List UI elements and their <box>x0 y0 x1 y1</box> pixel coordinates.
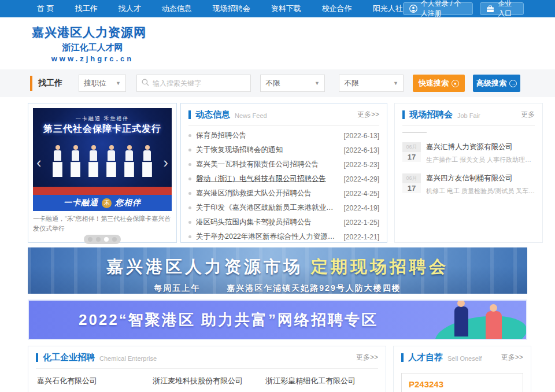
chemical-panel-title: 化工企业招聘 <box>43 352 95 363</box>
bullet-icon <box>188 235 191 238</box>
talent-card[interactable]: P243243 男 ｜ 嘉兴市→嘉兴港区 ｜ 八年以上 <box>401 373 523 392</box>
carousel-caption[interactable]: 一卡融通，“禾”您相伴！第三代社会保障卡嘉兴首发仪式举行 <box>33 214 172 233</box>
banner1-content: 嘉兴港区人力资源市场定期现场招聘会 每周五上午嘉兴港区乍浦镇天妃路929号人防大… <box>28 247 527 294</box>
slide-stage-strip <box>33 187 172 195</box>
slide-people-figures <box>33 145 172 177</box>
talent-panel-header: 人才自荐 Sell Oneself 更多>> <box>401 346 523 368</box>
job-fair-company: 嘉兴四方友信制桶有限公司 <box>426 173 535 183</box>
carousel-dot[interactable] <box>96 237 101 242</box>
company-name-link[interactable]: 嘉兴石化有限公司 <box>37 376 153 386</box>
advanced-search-button[interactable]: 高级搜索 → <box>473 75 520 92</box>
briefcase-icon <box>486 5 494 13</box>
news-item[interactable]: 嘉兴港区消防救援大队公开招聘公告 [2022-4-25] <box>188 186 379 201</box>
company-name-link[interactable]: 浙江彩皇精细化工有限公司 <box>265 376 377 386</box>
job-type-select[interactable]: 搜职位 ▼ <box>79 75 126 92</box>
slide-title: 第三代社会保障卡正式发行 <box>33 123 172 135</box>
date-badge-month: 06月 <box>402 142 421 152</box>
job-fair-panel: 现场招聘会 Job Fair 更多 06月 17 嘉兴汇博人力资源有限公司 生产… <box>394 103 543 243</box>
person-figure <box>53 145 62 177</box>
logo-sub-title: 浙江化工人才网 <box>32 42 153 53</box>
filter-select-2[interactable]: 不限 ▼ <box>339 75 404 92</box>
job-fair-ad-banner[interactable]: 嘉兴港区人力资源市场定期现场招聘会 每周五上午嘉兴港区乍浦镇天妃路929号人防大… <box>28 247 527 294</box>
nav-item-sunshine-hr[interactable]: 阳光人社 <box>373 3 403 14</box>
news-item-title: 关于印发《嘉兴港区鼓励新员工来港就业补助操作… <box>196 203 338 213</box>
nav-item-job-fair[interactable]: 现场招聘会 <box>213 3 250 14</box>
news-item-hovered[interactable]: 磐动（浙江）电气科技有限公司招聘公告 [2022-4-29] <box>188 172 379 186</box>
news-item-title: 磐动（浙江）电气科技有限公司招聘公告 <box>196 174 338 184</box>
company-entry-label: 企业入口 <box>498 0 517 19</box>
talent-more-link[interactable]: 更多>> <box>501 353 523 363</box>
keyword-search-input[interactable] <box>153 79 246 87</box>
carousel-dots <box>33 235 172 244</box>
job-fair-more-link[interactable]: 更多 <box>521 110 535 120</box>
job-fair-item-info: 嘉兴汇博人力资源有限公司 生产操作工 报关文员 人事行政助理… <box>426 142 531 164</box>
nav-item-downloads[interactable]: 资料下载 <box>271 3 301 14</box>
filter-select-1[interactable]: 不限 ▼ <box>260 75 325 92</box>
person-figure <box>106 145 116 177</box>
job-type-select-value: 搜职位 <box>84 78 106 88</box>
chevron-down-icon: ▼ <box>314 80 320 86</box>
carousel-dot-active[interactable] <box>104 237 109 242</box>
blue-accent-bar <box>401 353 404 362</box>
chevron-down-icon: ▼ <box>393 80 398 86</box>
news-panel-title: 动态信息 <box>195 109 230 120</box>
bullet-icon <box>188 163 191 166</box>
news-item[interactable]: 关于印发《嘉兴港区鼓励新员工来港就业补助操作… [2022-4-19] <box>188 201 379 215</box>
carousel-next-arrow-icon[interactable]: › <box>163 157 168 168</box>
job-fair-item[interactable]: 06月 17 嘉兴汇博人力资源有限公司 生产操作工 报关文员 人事行政助理… <box>402 142 535 164</box>
search-section-label: 找工作 <box>38 78 62 88</box>
news-item[interactable]: 嘉兴美一瓦科技有限责任公司招聘公告 [2022-5-23] <box>188 157 379 172</box>
carousel-dots-pill <box>84 235 121 244</box>
job-fair-item[interactable]: 06月 17 嘉兴四方友信制桶有限公司 机修工 电工 质量检验员/测试员 叉车… <box>402 173 535 195</box>
news-more-link[interactable]: 更多>> <box>357 110 379 120</box>
keyword-search-field <box>136 75 251 92</box>
divider <box>402 125 535 126</box>
carousel-dot[interactable] <box>88 237 92 242</box>
news-list: 保育员招聘公告 [2022-6-13] 关于恢复现场招聘会的通知 [2022-6… <box>188 128 379 244</box>
nav-item-find-talent[interactable]: 找人才 <box>119 3 141 14</box>
carousel-slide[interactable]: 一卡融通 禾您相伴 第三代社会保障卡正式发行 一卡融通 禾 您相伴 ‹ › <box>33 108 172 211</box>
carousel-prev-arrow-icon[interactable]: ‹ <box>36 157 42 168</box>
orange-accent-bar <box>30 76 32 91</box>
arrow-right-circle-icon: → <box>509 80 517 87</box>
nav-item-school-cooperation[interactable]: 校企合作 <box>322 3 352 14</box>
job-fair-title: 现场招聘会 <box>409 109 453 120</box>
news-item[interactable]: 关于恢复现场招聘会的通知 [2022-6-13] <box>188 143 379 157</box>
nav-item-home[interactable]: 首 页 <box>37 3 54 14</box>
job-fair-subtitle: Job Fair <box>457 112 480 119</box>
news-item[interactable]: 保育员招聘公告 [2022-6-13] <box>188 128 379 143</box>
personal-login-button[interactable]: 个人登录 / 个人注册 <box>403 2 473 15</box>
person-figure <box>142 145 152 177</box>
online-recruitment-ad-banner[interactable]: 2022“智聚港区 助力共富”网络招聘专区 <box>28 299 527 340</box>
job-fair-company: 嘉兴汇博人力资源有限公司 <box>426 142 531 152</box>
job-fair-item-info: 嘉兴四方友信制桶有限公司 机修工 电工 质量检验员/测试员 叉车… <box>426 173 535 195</box>
company-entry-button[interactable]: 企业入口 <box>480 2 524 15</box>
slide-banner-right: 您相伴 <box>115 198 141 208</box>
news-item-title: 关于举办2022年港区新春综合性人力资源暨春风… <box>196 232 338 242</box>
news-item[interactable]: 港区码头范围内集卡驾驶员招聘公告 [2022-1-25] <box>188 215 379 230</box>
nav-item-news[interactable]: 动态信息 <box>162 3 192 14</box>
person-figure <box>71 145 80 177</box>
person-figure <box>88 145 98 177</box>
bullet-icon <box>188 134 191 137</box>
nav-item-find-job[interactable]: 找工作 <box>75 3 98 14</box>
site-logo[interactable]: 嘉兴港区人力资源网 浙江化工人才网 www.zjhgrc.cn <box>32 24 153 63</box>
carousel-dot[interactable] <box>112 237 117 242</box>
news-item-title: 嘉兴港区消防救援大队公开招聘公告 <box>196 188 338 198</box>
quick-search-button[interactable]: 快速搜索 ● <box>413 75 465 92</box>
short-divider <box>402 132 427 133</box>
company-name-link[interactable]: 浙江麦堆科技股份有限公司 <box>153 376 265 386</box>
chemical-more-link[interactable]: 更多>> <box>356 353 378 363</box>
news-item-date: [2022-1-25] <box>344 219 379 227</box>
chemical-panel-subtitle: Chemical Enterprise <box>99 355 157 362</box>
company-cell: 嘉兴石化有限公司 工艺员 设备管理 门卫（残疾工） <box>37 376 153 392</box>
company-grid: 嘉兴石化有限公司 工艺员 设备管理 门卫（残疾工） 浙江麦堆科技股份有限公司 销… <box>36 369 378 392</box>
news-item-date: [2022-4-19] <box>344 204 379 212</box>
blue-accent-bar <box>188 110 191 119</box>
bullet-icon <box>188 149 191 151</box>
news-item[interactable]: 关于举办2022年港区新春综合性人力资源暨春风… [2022-1-21] <box>188 230 379 244</box>
job-search-bar: 找工作 搜职位 ▼ 不限 ▼ 不限 ▼ 快速搜索 ● 高级搜索 → <box>0 69 555 97</box>
news-feed-panel: 动态信息 News Feed 更多>> 保育员招聘公告 [2022-6-13] … <box>180 103 387 243</box>
slide-bottom-banner: 一卡融通 禾 您相伴 <box>33 195 172 211</box>
news-carousel: 一卡融通 禾您相伴 第三代社会保障卡正式发行 一卡融通 禾 您相伴 ‹ › 一卡… <box>28 103 177 243</box>
